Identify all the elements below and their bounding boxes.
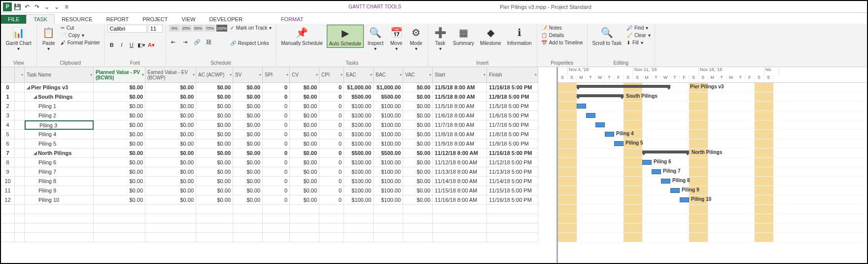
redo-icon[interactable]: ↷ bbox=[33, 2, 41, 11]
data-cell[interactable]: $0.00 bbox=[290, 120, 319, 130]
gantt-task-bar[interactable] bbox=[670, 188, 680, 193]
gantt-row[interactable] bbox=[558, 167, 867, 177]
row-number[interactable]: 11 bbox=[1, 186, 15, 195]
data-cell[interactable]: 11/5/18 8:00 AM bbox=[433, 102, 487, 111]
gantt-chart-button[interactable]: 📊Gantt Chart▾ bbox=[4, 25, 34, 52]
indicator-cell[interactable] bbox=[15, 177, 25, 186]
data-cell[interactable]: $0.00 bbox=[290, 102, 319, 111]
filter-dropdown-icon[interactable]: ▾ bbox=[259, 73, 261, 77]
data-cell[interactable]: 0 bbox=[263, 83, 290, 92]
indicator-cell[interactable] bbox=[15, 92, 25, 102]
data-cell[interactable]: $0.00 bbox=[94, 92, 145, 102]
row-number[interactable]: 6 bbox=[1, 139, 15, 149]
data-cell[interactable]: $500.00 bbox=[374, 149, 403, 158]
data-cell[interactable]: $0.00 bbox=[290, 92, 319, 102]
data-cell[interactable]: $0.00 bbox=[233, 195, 263, 205]
data-cell[interactable]: $0.00 bbox=[145, 92, 196, 102]
column-header[interactable]: ▾ bbox=[15, 67, 25, 83]
task-name-cell[interactable]: Piling 4 bbox=[25, 130, 94, 139]
gantt-summary-bar[interactable] bbox=[577, 85, 670, 88]
table-row[interactable] bbox=[1, 233, 556, 242]
data-cell[interactable]: $0.00 bbox=[94, 120, 145, 130]
data-cell[interactable]: $0.00 bbox=[290, 158, 319, 167]
column-header[interactable]: BAC▾ bbox=[374, 67, 403, 83]
data-cell[interactable]: 11/7/18 5:00 PM bbox=[487, 120, 538, 130]
data-cell[interactable]: $0.00 bbox=[403, 186, 433, 195]
auto-schedule-button[interactable]: ▶Auto Schedule bbox=[327, 25, 364, 48]
indicator-cell[interactable] bbox=[15, 120, 25, 130]
filter-dropdown-icon[interactable]: ▾ bbox=[286, 73, 288, 77]
data-cell[interactable]: $0.00 bbox=[94, 167, 145, 177]
data-cell[interactable]: $100.00 bbox=[374, 102, 403, 111]
details-button[interactable]: 📋Details bbox=[540, 32, 584, 38]
indicator-cell[interactable] bbox=[15, 149, 25, 158]
column-header[interactable]: Planned Value - PV (BCWS)▾ bbox=[94, 67, 145, 83]
data-cell[interactable]: 0 bbox=[263, 111, 290, 120]
gantt-task-bar[interactable] bbox=[680, 197, 689, 202]
gantt-row[interactable] bbox=[558, 195, 867, 205]
tab-format[interactable]: FORMAT bbox=[274, 15, 311, 24]
data-cell[interactable]: $0.00 bbox=[196, 83, 233, 92]
data-cell[interactable]: $0.00 bbox=[145, 167, 196, 177]
data-cell[interactable]: $0.00 bbox=[233, 92, 263, 102]
data-cell[interactable]: $0.00 bbox=[145, 177, 196, 186]
data-cell[interactable]: $0.00 bbox=[290, 83, 319, 92]
row-number[interactable]: 10 bbox=[1, 177, 15, 186]
pct-75-button[interactable]: 75% bbox=[205, 25, 215, 32]
data-cell[interactable]: $100.00 bbox=[374, 130, 403, 139]
summary-button[interactable]: ▦Summary bbox=[451, 25, 476, 47]
tab-resource[interactable]: RESOURCE bbox=[55, 15, 99, 24]
data-cell[interactable]: $100.00 bbox=[344, 186, 374, 195]
font-color-button[interactable]: A▾ bbox=[147, 40, 156, 49]
data-cell[interactable]: $0.00 bbox=[290, 177, 319, 186]
data-cell[interactable]: $100.00 bbox=[374, 167, 403, 177]
column-header[interactable]: VAC▾ bbox=[403, 67, 433, 83]
data-cell[interactable]: $0.00 bbox=[196, 130, 233, 139]
data-cell[interactable]: $0.00 bbox=[233, 130, 263, 139]
milestone-button[interactable]: ◆Milestone bbox=[478, 25, 503, 47]
outdent-button[interactable]: ⇤ bbox=[169, 38, 178, 46]
data-cell[interactable]: $100.00 bbox=[344, 139, 374, 149]
data-cell[interactable]: $500.00 bbox=[344, 92, 374, 102]
tab-project[interactable]: PROJECT bbox=[136, 15, 174, 24]
find-button[interactable]: 🔎Find ▾ bbox=[625, 25, 652, 31]
data-cell[interactable]: 0 bbox=[319, 195, 344, 205]
data-cell[interactable]: 11/5/18 5:00 PM bbox=[487, 102, 538, 111]
data-cell[interactable]: $100.00 bbox=[344, 130, 374, 139]
data-cell[interactable]: $0.00 bbox=[290, 167, 319, 177]
data-cell[interactable]: 0 bbox=[319, 186, 344, 195]
data-cell[interactable]: $0.00 bbox=[233, 186, 263, 195]
gantt-row[interactable] bbox=[558, 139, 867, 149]
data-cell[interactable]: $0.00 bbox=[196, 149, 233, 158]
table-row[interactable]: 2 Piling 1 $0.00$0.00$0.00$0.000$0.000$1… bbox=[1, 102, 556, 111]
data-cell[interactable]: $0.00 bbox=[196, 167, 233, 177]
gantt-row[interactable] bbox=[558, 177, 867, 186]
indicator-cell[interactable] bbox=[15, 102, 25, 111]
data-cell[interactable]: 0 bbox=[319, 102, 344, 111]
data-cell[interactable]: 0 bbox=[319, 92, 344, 102]
data-cell[interactable]: $0.00 bbox=[233, 139, 263, 149]
mark-on-track-button[interactable]: ✓Mark on Track ▾ bbox=[229, 25, 273, 31]
pct-0-button[interactable]: 0% bbox=[169, 25, 180, 32]
table-row[interactable] bbox=[1, 224, 556, 233]
data-cell[interactable]: 11/9/18 5:00 PM bbox=[487, 139, 538, 149]
table-row[interactable]: 8 Piling 6 $0.00$0.00$0.00$0.000$0.000$1… bbox=[1, 158, 556, 167]
table-row[interactable]: 9 Piling 7 $0.00$0.00$0.00$0.000$0.000$1… bbox=[1, 167, 556, 177]
cut-button[interactable]: ✂Cut bbox=[60, 25, 101, 31]
task-name-cell[interactable]: ◢Pier Pilings v3 bbox=[25, 83, 94, 92]
undo-icon[interactable]: ↶ bbox=[23, 2, 32, 11]
data-cell[interactable]: $0.00 bbox=[196, 111, 233, 120]
filter-dropdown-icon[interactable]: ▾ bbox=[484, 73, 486, 77]
data-cell[interactable]: $0.00 bbox=[94, 111, 145, 120]
data-cell[interactable]: 11/13/18 8:00 AM bbox=[433, 167, 487, 177]
gantt-task-bar[interactable] bbox=[595, 122, 605, 127]
row-number[interactable]: 2 bbox=[1, 102, 15, 111]
data-cell[interactable]: 0 bbox=[263, 167, 290, 177]
data-cell[interactable]: $0.00 bbox=[145, 83, 196, 92]
mode-button[interactable]: ⚙Mode▾ bbox=[407, 25, 425, 52]
data-cell[interactable]: 0 bbox=[263, 177, 290, 186]
data-cell[interactable]: $0.00 bbox=[145, 120, 196, 130]
bold-button[interactable]: B bbox=[107, 40, 116, 49]
data-cell[interactable]: 0 bbox=[263, 130, 290, 139]
font-size-select[interactable] bbox=[148, 25, 163, 33]
